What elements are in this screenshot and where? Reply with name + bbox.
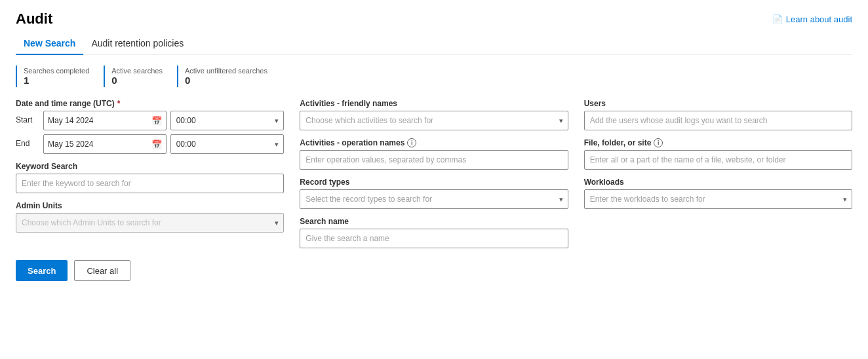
col1: Date and time range (UTC) * Start May 14…	[16, 99, 284, 256]
activities-operation-label: Activities - operation names i	[300, 138, 568, 147]
date-time-label: Date and time range (UTC) *	[16, 99, 284, 108]
file-folder-label: File, folder, or site i	[584, 138, 852, 147]
search-name-input[interactable]	[300, 229, 568, 248]
activities-operation-section: Activities - operation names i	[300, 138, 568, 170]
users-label: Users	[584, 99, 852, 108]
page-wrapper: Audit 📄 Learn about audit New Search Aud…	[0, 0, 868, 359]
start-date-picker[interactable]: May 14 2024 📅	[43, 111, 167, 130]
end-date-picker[interactable]: May 15 2024 📅	[43, 134, 167, 154]
activities-friendly-section: Activities - friendly names Choose which…	[300, 99, 568, 130]
keyword-label: Keyword Search	[16, 162, 284, 171]
admin-units-select[interactable]: Choose which Admin Units to search for	[16, 213, 284, 233]
calendar-icon-start[interactable]: 📅	[151, 116, 162, 126]
record-types-section: Record types Select the record types to …	[300, 178, 568, 209]
start-time-wrapper: 00:00 ▾	[170, 111, 285, 130]
workloads-select[interactable]: Enter the workloads to search for	[584, 189, 852, 209]
record-types-wrapper: Select the record types to search for ▾	[300, 189, 568, 209]
stat-active-unfiltered: Active unfiltered searches 0	[177, 66, 279, 87]
page-title: Audit	[16, 10, 52, 28]
start-date-row: Start May 14 2024 📅 00:00 ▾	[16, 111, 284, 130]
calendar-icon-end[interactable]: 📅	[151, 140, 162, 149]
keyword-input[interactable]	[16, 174, 284, 193]
stat-active-searches: Active searches 0	[104, 66, 174, 87]
tab-new-search[interactable]: New Search	[16, 33, 83, 55]
header-row: Audit 📄 Learn about audit	[16, 10, 852, 28]
admin-units-wrapper: Choose which Admin Units to search for ▾	[16, 213, 284, 233]
stat-searches-completed: Searches completed 1	[16, 66, 101, 87]
users-section: Users	[584, 99, 852, 130]
activities-operation-input[interactable]	[300, 150, 568, 170]
date-time-section: Date and time range (UTC) * Start May 14…	[16, 99, 284, 154]
workloads-label: Workloads	[584, 178, 852, 187]
col2: Activities - friendly names Choose which…	[300, 99, 568, 256]
search-button[interactable]: Search	[16, 260, 68, 281]
learn-about-audit-link[interactable]: 📄 Learn about audit	[772, 14, 852, 24]
activities-friendly-wrapper: Choose which activities to search for ▾	[300, 111, 568, 130]
file-folder-input[interactable]	[584, 150, 852, 170]
users-input[interactable]	[584, 111, 852, 130]
tabs-row: New Search Audit retention policies	[16, 33, 852, 55]
activities-friendly-label: Activities - friendly names	[300, 99, 568, 108]
end-date-row: End May 15 2024 📅 00:00 ▾	[16, 134, 284, 154]
record-types-label: Record types	[300, 178, 568, 187]
workloads-section: Workloads Enter the workloads to search …	[584, 178, 852, 209]
admin-units-label: Admin Units	[16, 201, 284, 210]
workloads-wrapper: Enter the workloads to search for ▾	[584, 189, 852, 209]
document-icon: 📄	[772, 14, 783, 24]
stats-row: Searches completed 1 Active searches 0 A…	[16, 66, 852, 87]
keyword-section: Keyword Search	[16, 162, 284, 193]
start-date-fields: May 14 2024 📅 00:00 ▾	[43, 111, 284, 130]
search-name-label: Search name	[300, 217, 568, 226]
info-icon-operation[interactable]: i	[407, 138, 416, 147]
start-time-select[interactable]: 00:00	[170, 111, 285, 130]
search-name-section: Search name	[300, 217, 568, 248]
end-time-wrapper: 00:00 ▾	[170, 134, 285, 154]
tab-retention-policies[interactable]: Audit retention policies	[83, 33, 191, 55]
admin-units-section: Admin Units Choose which Admin Units to …	[16, 201, 284, 233]
info-icon-file[interactable]: i	[654, 138, 663, 147]
clear-all-button[interactable]: Clear all	[74, 260, 130, 281]
end-label: End	[16, 134, 39, 148]
start-label: Start	[16, 111, 39, 124]
footer-row: Search Clear all	[16, 260, 852, 281]
record-types-select[interactable]: Select the record types to search for	[300, 189, 568, 209]
file-folder-section: File, folder, or site i	[584, 138, 852, 170]
activities-friendly-select[interactable]: Choose which activities to search for	[300, 111, 568, 130]
end-date-fields: May 15 2024 📅 00:00 ▾	[43, 134, 284, 154]
end-time-select[interactable]: 00:00	[170, 134, 285, 154]
col3: Users File, folder, or site i Workloads …	[584, 99, 852, 256]
form-grid: Date and time range (UTC) * Start May 14…	[16, 99, 852, 256]
